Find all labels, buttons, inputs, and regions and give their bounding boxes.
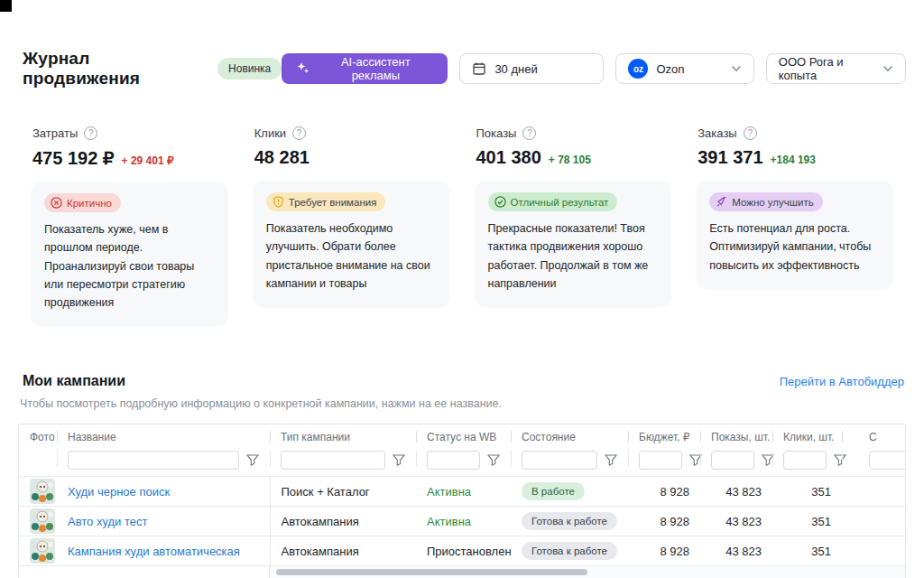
campaign-state-badge: Готова к работе: [522, 512, 617, 530]
page-title: Журнал продвижения: [23, 49, 207, 89]
help-icon[interactable]: ?: [292, 126, 306, 140]
cross-circle-icon: [51, 197, 62, 209]
status-pill: Требует внимания: [266, 192, 386, 211]
filter-funnel-icon[interactable]: [605, 454, 617, 466]
autobidder-link[interactable]: Перейти в Автобиддер: [780, 375, 904, 388]
filter-budget-input[interactable]: [639, 451, 682, 470]
status-pill-label: Можно улучшить: [732, 197, 813, 208]
ai-assistant-button[interactable]: AI-ассистент рекламы: [282, 53, 448, 84]
campaign-state-badge: Готова к работе: [522, 542, 617, 560]
alert-shield-icon: [273, 196, 284, 208]
horizontal-scrollbar-thumb[interactable]: [276, 569, 587, 575]
metric-delta: + 78 105: [549, 154, 591, 166]
metric-impressions: Показы ? 401 380 + 78 105 Отличный резул…: [476, 126, 670, 305]
campaigns-title: Мои кампании: [23, 373, 125, 389]
help-icon[interactable]: ?: [522, 126, 536, 140]
horizontal-scrollbar-track[interactable]: [270, 566, 906, 578]
screenshot-artifact: [0, 0, 12, 12]
status-pill: Критично: [44, 193, 121, 212]
product-thumbnail: [30, 538, 55, 564]
metric-status-card: Требует внимания Показатель необходимо у…: [254, 182, 448, 305]
col-name: Название: [57, 424, 270, 449]
metric-value: 48 281: [254, 147, 310, 168]
campaign-type: Автокампания: [270, 536, 416, 566]
campaigns-header: Мои кампании Перейти в Автобиддер: [18, 373, 906, 389]
filter-funnel-icon[interactable]: [246, 454, 259, 466]
table-header-row: Фото Название Тип кампании Статус на WB …: [19, 424, 906, 449]
campaign-type: Автокампания: [270, 507, 416, 536]
metric-label: Заказы: [698, 126, 736, 140]
col-state: Состояние: [511, 424, 628, 449]
filter-wb-status-input[interactable]: [427, 451, 480, 470]
chevron-down-icon: [731, 65, 742, 72]
sparkles-icon: [296, 61, 310, 76]
metric-clicks: Клики ? 48 281 Требует внимания Показате…: [254, 126, 448, 305]
col-wb-status: Статус на WB: [416, 424, 511, 449]
table-row: Кампания худи автоматическая Автокампани…: [19, 536, 906, 566]
metrics-row: Затраты ? 475 192 ₽ + 29 401 ₽ Критично …: [18, 126, 906, 324]
col-type: Тип кампании: [270, 424, 416, 449]
campaign-budget: 8 928: [628, 536, 700, 566]
new-badge: Новинка: [217, 58, 282, 79]
metric-delta: +184 193: [771, 154, 816, 166]
rocket-icon: [716, 196, 727, 208]
metric-status-card: Критично Показатель хуже, чем в прошлом …: [32, 182, 226, 324]
campaign-wb-status: Активна: [416, 507, 511, 536]
status-text: Прекрасные показатели! Твоя тактика прод…: [488, 219, 659, 293]
table-row: Авто худи тест Автокампания Активна Гото…: [19, 507, 906, 536]
status-pill-label: Отличный результат: [511, 197, 609, 208]
company-label: ООО Рога и копыта: [779, 55, 866, 82]
campaign-views: 43 823: [700, 477, 772, 507]
filter-type-input[interactable]: [281, 451, 385, 470]
table-scrollbar-row: [19, 566, 906, 578]
filter-clicks-input[interactable]: [783, 451, 827, 470]
top-bar: Журнал продвижения Новинка AI-ассистент …: [18, 52, 906, 85]
filter-funnel-icon[interactable]: [393, 454, 405, 466]
campaign-budget: 8 928: [628, 477, 700, 507]
campaign-views: 43 823: [700, 507, 772, 536]
metric-label: Затраты: [32, 126, 78, 140]
campaign-views: 43 823: [700, 536, 772, 566]
product-thumbnail: [30, 479, 55, 504]
metric-status-card: Отличный результат Прекрасные показатели…: [476, 182, 670, 305]
filter-funnel-icon[interactable]: [487, 454, 500, 466]
table-filter-row: [19, 449, 906, 477]
campaign-clicks: 351: [772, 507, 842, 536]
status-pill: Можно улучшить: [709, 192, 822, 211]
table-row: Худи черное поиск Поиск + Каталог Активн…: [19, 477, 906, 507]
help-icon[interactable]: ?: [84, 126, 97, 140]
company-select[interactable]: ООО Рога и копыта: [766, 53, 906, 84]
help-icon[interactable]: ?: [744, 126, 757, 140]
metric-expenses: Затраты ? 475 192 ₽ + 29 401 ₽ Критично …: [32, 126, 226, 324]
calendar-icon: [472, 61, 486, 76]
filter-views-input[interactable]: [711, 451, 754, 470]
col-views: Показы, шт.: [700, 424, 772, 449]
col-clicks: Клики, шт.: [772, 424, 842, 449]
metric-delta: + 29 401 ₽: [122, 154, 174, 167]
filter-state-input[interactable]: [522, 451, 597, 470]
col-budget: Бюджет, ₽: [628, 424, 700, 449]
campaign-wb-status: Приостановлена: [416, 536, 511, 566]
ozon-logo-icon: oz: [628, 59, 648, 79]
status-text: Показатель необходимо улучшить. Обрати б…: [266, 219, 437, 293]
metric-label: Показы: [476, 126, 517, 140]
check-circle-icon: [494, 196, 506, 208]
filter-name-input[interactable]: [68, 451, 239, 470]
metric-label: Клики: [254, 126, 286, 140]
metric-orders: Заказы ? 391 371 +184 193 Можно улучшить…: [698, 126, 892, 287]
filter-last-input[interactable]: [869, 451, 906, 470]
date-range-picker[interactable]: 30 дней: [459, 53, 604, 84]
campaign-state-badge: В работе: [522, 482, 585, 500]
status-text: Есть потенциал для роста. Оптимизируй ка…: [709, 219, 880, 275]
campaigns-table: Фото Название Тип кампании Статус на WB …: [18, 424, 906, 578]
metric-value: 391 371: [698, 147, 762, 168]
campaign-name-link[interactable]: Худи черное поиск: [68, 485, 170, 499]
marketplace-select[interactable]: oz Ozon: [615, 53, 753, 84]
col-truncated: С: [842, 424, 906, 449]
status-text: Показатель хуже, чем в прошлом периоде. …: [44, 220, 215, 312]
header-controls: AI-ассистент рекламы 30 дней oz Ozon: [282, 53, 906, 84]
status-pill-label: Требует внимания: [289, 197, 377, 208]
campaign-name-link[interactable]: Авто худи тест: [68, 515, 147, 528]
campaign-name-link[interactable]: Кампания худи автоматическая: [68, 545, 240, 558]
campaign-clicks: 351: [772, 536, 842, 566]
